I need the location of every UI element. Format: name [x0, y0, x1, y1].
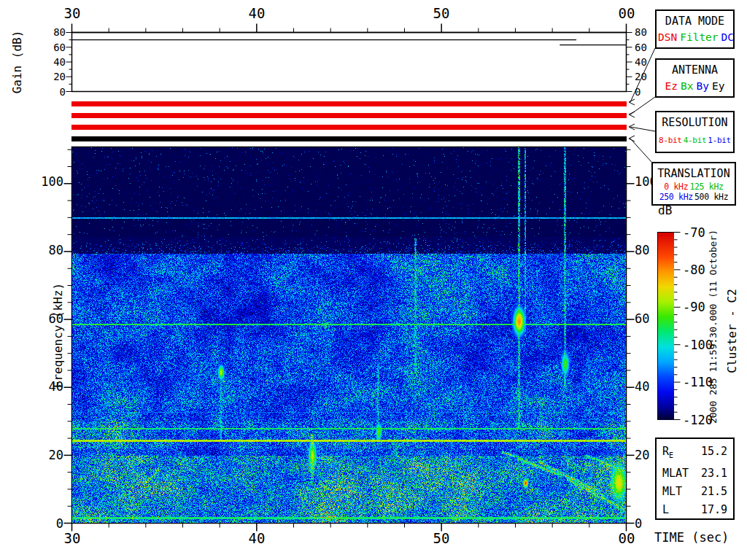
- resolution-option-4bit: 4-bit: [684, 136, 707, 145]
- freq-tick-label-right: 80: [635, 243, 649, 257]
- colorbar-tick-label: -90: [683, 300, 705, 314]
- top-axis-tick-label: 00: [611, 5, 643, 21]
- translation-option-0khz: 0 kHz: [664, 182, 688, 192]
- status-bar-antenna: [71, 113, 627, 118]
- ephemeris-value: 21.5: [701, 483, 727, 501]
- freq-tick-label: 60: [36, 311, 63, 326]
- translation-title: TRANSLATION: [653, 167, 735, 180]
- status-bar-resolution: [71, 125, 627, 130]
- ephemeris-row: MLT 21.5: [662, 483, 727, 501]
- translation-option-250khz: 250 kHz: [659, 192, 693, 202]
- data-mode-title: DATA MODE: [657, 15, 733, 28]
- antenna-option-bx: Bx: [681, 80, 693, 92]
- resolution-box: RESOLUTION 8-bit4-bit1-bit: [655, 111, 735, 153]
- translation-option-500khz: 500 kHz: [694, 192, 728, 202]
- colorbar-tick-label: -70: [683, 225, 705, 240]
- time-axis-title: TIME (sec): [654, 530, 729, 545]
- ephemeris-label: L: [662, 501, 669, 519]
- resolution-option-8bit: 8-bit: [659, 136, 682, 145]
- datetime-annotation: 2000 285 11:59:30.000 (11 October): [708, 230, 719, 424]
- ephemeris-box: RE 15.2 MLAT 23.1 MLT 21.5 L 17.9: [655, 438, 735, 520]
- antenna-option-ez: Ez: [665, 80, 678, 92]
- ephemeris-label: RE: [662, 443, 673, 464]
- top-axis-tick-label: 30: [56, 5, 88, 21]
- status-bar-translation: [71, 136, 627, 141]
- gain-tick-label-right: 20: [635, 71, 647, 82]
- ephemeris-row: MLAT 23.1: [662, 464, 727, 483]
- colorbar-tick-label: -80: [683, 262, 705, 277]
- gain-tick-label-right: 60: [635, 42, 647, 53]
- antenna-option-by: By: [697, 80, 709, 92]
- ephemeris-label-subscript: E: [669, 451, 673, 459]
- gain-tick-label: 0: [45, 86, 66, 98]
- gain-tick-label-right: 80: [635, 26, 647, 38]
- ephemeris-value: 17.9: [701, 501, 727, 519]
- wbd-spectrogram-display: 30 40 50 00 Gain (dB) 0 20 40 60 80 0 20…: [0, 0, 747, 560]
- ephemeris-value: 15.2: [701, 443, 727, 464]
- antenna-option-ey: Ey: [712, 80, 724, 92]
- top-axis-tick-label: 40: [241, 5, 273, 21]
- freq-tick-label-right: 60: [635, 311, 649, 326]
- gain-tick-label-right: 0: [635, 86, 640, 98]
- ephemeris-label: MLT: [662, 483, 682, 501]
- spectrogram-canvas: [72, 147, 626, 523]
- antenna-title: ANTENNA: [657, 63, 733, 77]
- freq-tick-label: 40: [36, 379, 63, 394]
- translation-option-125khz: 125 kHz: [689, 182, 723, 192]
- translation-box: TRANSLATION 0 kHz125 kHz 250 kHz500 kHz: [651, 162, 736, 206]
- translation-values-row2: 250 kHz500 kHz: [653, 192, 735, 203]
- freq-tick-label: 80: [36, 243, 63, 257]
- gain-tick-label-right: 40: [635, 56, 647, 68]
- translation-values-row1: 0 kHz125 kHz: [653, 182, 735, 192]
- freq-tick-label-right: 0: [635, 516, 642, 531]
- data-mode-option-dsn: DSN: [658, 31, 677, 43]
- freq-tick-label-right: 40: [635, 379, 649, 394]
- ephemeris-value: 23.1: [701, 464, 727, 483]
- data-mode-option-dc: DC: [721, 31, 734, 43]
- freq-tick-label-right: 20: [635, 448, 649, 462]
- resolution-values: 8-bit4-bit1-bit: [657, 136, 733, 145]
- ephemeris-row: L 17.9: [662, 501, 727, 519]
- data-mode-values: DSNFilterDC: [657, 31, 733, 43]
- status-bar-data-mode: [71, 101, 627, 106]
- gain-tick-label: 80: [45, 26, 66, 38]
- freq-tick-label: 20: [36, 448, 63, 462]
- gain-tick-label: 40: [45, 56, 66, 68]
- data-mode-box: DATA MODE DSNFilterDC: [655, 9, 735, 49]
- spacecraft-annotation: Cluster - C2: [725, 289, 739, 373]
- ephemeris-label: MLAT: [662, 464, 689, 483]
- gain-axis-title: Gain (dB): [10, 31, 24, 94]
- bottom-axis-tick-label: 30: [56, 530, 88, 546]
- top-axis-tick-label: 50: [425, 5, 457, 21]
- resolution-option-1bit: 1-bit: [708, 136, 731, 145]
- colorbar-gradient: [658, 233, 674, 420]
- gain-tick-label: 20: [45, 71, 66, 82]
- freq-tick-label: 0: [36, 516, 63, 531]
- resolution-title: RESOLUTION: [657, 116, 733, 129]
- antenna-values: EzBxByEy: [657, 80, 733, 92]
- frequency-axis-title: Frequency (kHz): [51, 283, 65, 389]
- gain-tick-label: 60: [45, 42, 66, 53]
- freq-tick-label: 100: [36, 174, 63, 189]
- ephemeris-row: RE 15.2: [662, 443, 727, 464]
- bottom-axis-tick-label: 40: [241, 530, 273, 546]
- bottom-axis-tick-label: 00: [611, 530, 643, 546]
- bottom-axis-tick-label: 50: [425, 530, 457, 546]
- antenna-box: ANTENNA EzBxByEy: [655, 58, 735, 98]
- data-mode-option-filter: Filter: [680, 31, 718, 43]
